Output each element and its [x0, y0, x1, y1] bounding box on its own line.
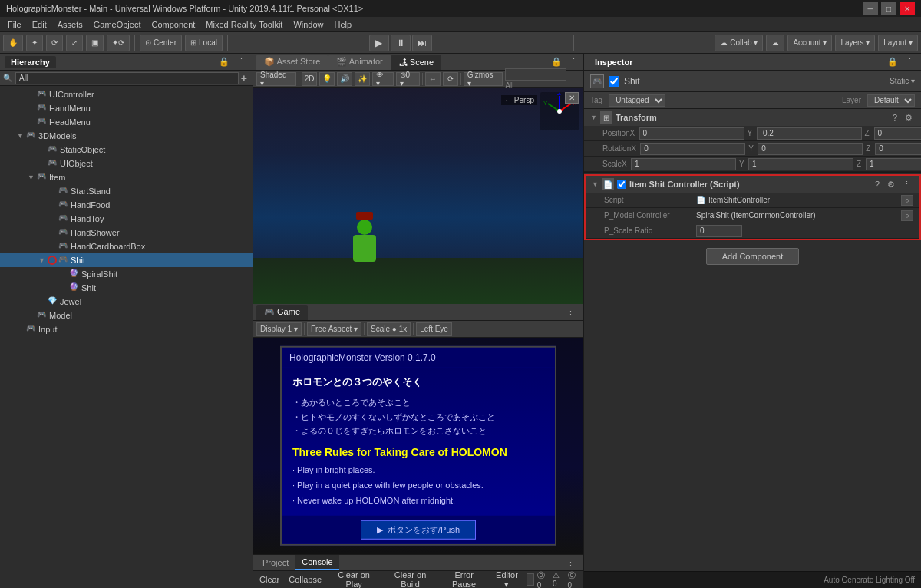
tree-item-spiralshit[interactable]: 🔮 SpiralShit: [0, 267, 253, 281]
scale-y-input[interactable]: [748, 158, 853, 170]
menu-assets[interactable]: Assets: [53, 18, 87, 31]
position-y-input[interactable]: [757, 127, 862, 140]
console-clear-on-play-button[interactable]: Clear on Play: [328, 570, 380, 588]
tab-animator[interactable]: 🎬 Animator: [328, 55, 390, 70]
tree-item-3dmodels[interactable]: ▼ 🎮 3DModels: [0, 129, 253, 143]
aspect-dropdown[interactable]: Free Aspect ▾: [307, 322, 361, 336]
play-button[interactable]: ▶: [369, 35, 389, 51]
minimize-button[interactable]: ─: [863, 2, 878, 15]
tag-dropdown[interactable]: Untagged: [609, 94, 665, 107]
tree-item-jewel[interactable]: 💎 Jewel: [0, 295, 253, 309]
console-collapse-button[interactable]: Collapse: [286, 574, 325, 585]
menu-help[interactable]: Help: [330, 18, 357, 31]
hierarchy-add-button[interactable]: +: [239, 71, 249, 85]
rotation-z-input[interactable]: [875, 143, 921, 155]
console-error-pause-button[interactable]: Error Pause: [441, 570, 487, 588]
tree-item-item[interactable]: ▼ 🎮 Item: [0, 170, 253, 184]
hierarchy-search-input[interactable]: [15, 72, 239, 84]
game-more-button[interactable]: ⋮: [564, 306, 577, 318]
tab-console[interactable]: Console: [295, 555, 338, 570]
tree-item-startstand[interactable]: 🎮 StartStand: [0, 184, 253, 198]
pivot-center-button[interactable]: ⊙ Center: [140, 35, 182, 51]
rotation-y-input[interactable]: [758, 143, 863, 155]
scene-close-button[interactable]: ✕: [565, 92, 579, 104]
script-select-button[interactable]: ○: [901, 195, 913, 206]
script-settings-button[interactable]: ⚙: [885, 179, 897, 190]
tree-item-headmenu[interactable]: 🎮 HeadMenu: [0, 115, 253, 129]
pivot-local-button[interactable]: ⊞ Local: [185, 35, 223, 51]
tree-item-handfood[interactable]: 🎮 HandFood: [0, 198, 253, 212]
tool-scale[interactable]: ⤢: [66, 35, 83, 51]
account-button[interactable]: Account ▾: [787, 35, 832, 51]
hierarchy-more-button[interactable]: ⋮: [235, 56, 248, 68]
close-button[interactable]: ✕: [900, 2, 915, 15]
console-editor-dropdown[interactable]: Editor ▾: [490, 570, 523, 589]
hidden-objects[interactable]: ⊙0 ▾: [396, 72, 420, 86]
tree-item-handshower[interactable]: 🎮 HandShower: [0, 226, 253, 239]
script-help-button[interactable]: ?: [873, 179, 882, 190]
lighting-toggle[interactable]: 💡: [319, 72, 335, 86]
script-more-button[interactable]: ⋮: [900, 179, 913, 190]
fx-toggle[interactable]: ✨: [355, 72, 370, 86]
transform-header[interactable]: ▼ ⊞ Transform ? ⚙: [584, 109, 921, 126]
tab-scene[interactable]: 🏞 Scene: [391, 55, 441, 70]
menu-mixed-reality[interactable]: Mixed Reality Toolkit: [201, 18, 287, 31]
add-component-button[interactable]: Add Component: [706, 248, 800, 265]
visibility-dropdown[interactable]: 👁 ▾: [372, 72, 394, 86]
shading-dropdown[interactable]: Shaded ▾: [256, 72, 296, 86]
eye-dropdown[interactable]: Left Eye: [416, 322, 452, 336]
pscale-input[interactable]: [696, 225, 742, 237]
scene-search-input[interactable]: [505, 68, 566, 81]
tree-item-staticobject[interactable]: 🎮 StaticObject: [0, 143, 253, 157]
menu-window[interactable]: Window: [289, 18, 328, 31]
menu-component[interactable]: Component: [147, 18, 200, 31]
tree-item-uiobject[interactable]: 🎮 UIObject: [0, 157, 253, 170]
console-clear-on-build-button[interactable]: Clear on Build: [383, 570, 437, 588]
2d-toggle[interactable]: 2D: [302, 72, 317, 86]
position-x-input[interactable]: [639, 127, 744, 140]
tree-item-uicontroller[interactable]: 🎮 UIController: [0, 88, 253, 101]
tool-rotate[interactable]: ⟳: [46, 35, 63, 51]
tree-item-handmenu[interactable]: 🎮 HandMenu: [0, 101, 253, 115]
tool-hand[interactable]: ✋: [3, 35, 23, 51]
transform-help-button[interactable]: ?: [890, 112, 900, 124]
console-search-input[interactable]: [527, 573, 534, 586]
inspector-lock-button[interactable]: 🔒: [885, 56, 900, 68]
holo-push-button[interactable]: ▶ ボタンをおす/Push: [361, 520, 476, 540]
inspector-more-button[interactable]: ⋮: [903, 56, 916, 68]
position-z-input[interactable]: [874, 127, 921, 140]
script-component-header[interactable]: ▼ 📄 Item Shit Controller (Script) ? ⚙ ⋮: [586, 176, 919, 193]
tree-item-model[interactable]: 🎮 Model: [0, 309, 253, 322]
object-active-checkbox[interactable]: [609, 76, 619, 87]
transform-settings-button[interactable]: ⚙: [903, 112, 915, 124]
maximize-button[interactable]: □: [881, 2, 896, 15]
scale-z-input[interactable]: [866, 158, 921, 170]
tool-move[interactable]: ✦: [26, 35, 43, 51]
menu-file[interactable]: File: [3, 18, 26, 31]
scene-more-button[interactable]: ⋮: [567, 56, 580, 68]
scene-lock-button[interactable]: 🔒: [549, 56, 564, 68]
tab-project[interactable]: Project: [256, 555, 295, 570]
layout-button[interactable]: Layout ▾: [878, 35, 918, 51]
tree-item-shit-child[interactable]: 🔮 Shit: [0, 281, 253, 295]
display-dropdown[interactable]: Display 1 ▾: [256, 322, 302, 336]
object-static-dropdown[interactable]: Static ▾: [890, 77, 915, 85]
tree-item-shit-selected[interactable]: ▼ 🎮 Shit: [0, 253, 253, 267]
gizmos-dropdown[interactable]: Gizmos ▾: [464, 72, 503, 86]
script-active-checkbox[interactable]: [617, 180, 626, 189]
layer-dropdown[interactable]: Default: [867, 94, 915, 107]
pmodel-select-button[interactable]: ○: [901, 210, 913, 221]
scene-move[interactable]: ↔: [425, 72, 441, 86]
tree-item-input[interactable]: 🎮 Input: [0, 322, 253, 336]
audio-toggle[interactable]: 🔊: [337, 72, 352, 86]
scene-rotate[interactable]: ⟳: [443, 72, 458, 86]
tab-asset-store[interactable]: 📦 Asset Store: [256, 55, 328, 70]
hierarchy-lock-button[interactable]: 🔒: [216, 56, 232, 68]
tool-rect[interactable]: ▣: [86, 35, 104, 51]
rotation-x-input[interactable]: [640, 143, 745, 155]
pause-button[interactable]: ⏸: [391, 35, 411, 51]
cloud-button[interactable]: ☁: [766, 35, 784, 51]
hierarchy-tab[interactable]: Hierarchy: [5, 56, 56, 68]
menu-edit[interactable]: Edit: [28, 18, 51, 31]
step-button[interactable]: ⏭: [412, 35, 432, 51]
